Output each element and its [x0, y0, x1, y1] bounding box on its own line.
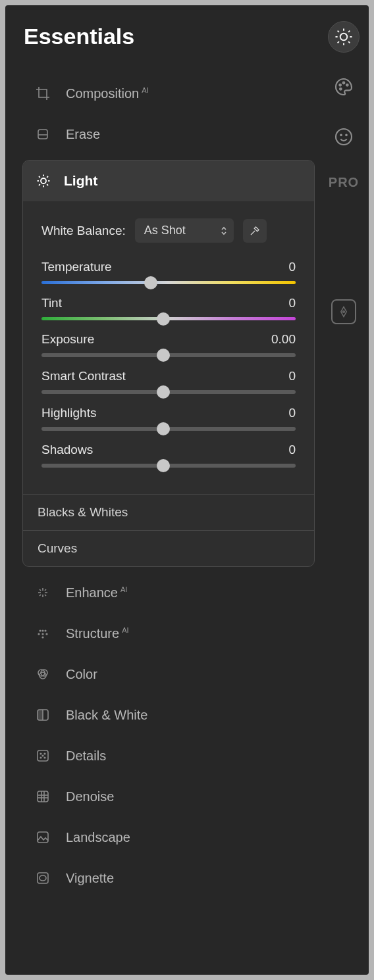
grid-icon: [34, 788, 51, 805]
slider-track[interactable]: [41, 353, 296, 357]
slider-value: 0: [288, 369, 296, 383]
sparkle-icon: [34, 584, 51, 601]
ai-badge: AI: [142, 86, 148, 94]
slider-thumb[interactable]: [157, 349, 170, 362]
svg-point-30: [38, 633, 40, 635]
slider-shadows: Shadows 0: [41, 443, 296, 468]
pro-tab-button[interactable]: PRO: [329, 175, 359, 190]
svg-point-41: [40, 757, 41, 758]
svg-rect-44: [38, 791, 48, 802]
svg-line-23: [39, 176, 40, 178]
slider-label: Tint: [41, 296, 62, 310]
texture-icon: [34, 747, 51, 764]
tool-label-text: Composition: [66, 86, 139, 101]
palette-icon: [333, 76, 354, 97]
slider-label: Temperature: [41, 260, 112, 274]
dots-icon: [34, 625, 51, 642]
tool-vignette[interactable]: Vignette: [5, 858, 321, 898]
masking-button[interactable]: [331, 299, 356, 324]
svg-point-11: [346, 84, 348, 86]
slider-value: 0.00: [271, 332, 296, 347]
light-panel: Light White Balance: As Shot: [22, 160, 315, 567]
tool-label: Black & White: [66, 708, 147, 723]
svg-point-51: [40, 875, 46, 881]
svg-point-42: [44, 757, 45, 758]
ai-badge: AI: [120, 585, 127, 593]
main-column: Essentials CompositionAI Eras: [5, 5, 321, 898]
slider-value: 0: [288, 260, 296, 274]
tool-landscape[interactable]: Landscape: [5, 817, 321, 858]
svg-point-0: [340, 34, 348, 41]
svg-line-5: [338, 31, 339, 32]
svg-point-12: [340, 88, 342, 90]
tool-enhance[interactable]: EnhanceAI: [5, 572, 321, 613]
tool-list: CompositionAI Erase: [5, 73, 321, 898]
page-title: Essentials: [5, 5, 321, 49]
portrait-tab-button[interactable]: [328, 121, 360, 153]
svg-point-33: [41, 636, 43, 638]
smiley-icon: [333, 126, 354, 147]
white-balance-dropdown[interactable]: As Shot: [135, 218, 234, 243]
svg-point-14: [340, 135, 342, 136]
slider-smart-contrast: Smart Contrast 0: [41, 369, 296, 394]
tool-label: StructureAI: [66, 626, 129, 641]
slider-thumb[interactable]: [144, 276, 157, 289]
svg-point-39: [40, 753, 41, 754]
tool-label-text: Enhance: [66, 585, 118, 600]
slider-track[interactable]: [41, 427, 296, 431]
svg-point-29: [44, 629, 46, 631]
svg-point-13: [336, 129, 352, 145]
slider-label: Smart Contrast: [41, 369, 126, 383]
tool-label: Details: [66, 748, 106, 764]
svg-point-40: [44, 753, 45, 754]
light-sub-curves[interactable]: Curves: [23, 530, 314, 566]
slider-thumb[interactable]: [157, 459, 170, 472]
eyedropper-button[interactable]: [243, 219, 267, 243]
tool-black-white[interactable]: Black & White: [5, 695, 321, 735]
light-panel-body: White Balance: As Shot: [23, 201, 314, 494]
creative-tab-button[interactable]: [328, 71, 360, 103]
svg-point-43: [42, 755, 43, 756]
slider-track[interactable]: [41, 281, 296, 284]
app-frame: PRO Essentials CompositionAI: [5, 5, 369, 975]
contrast-square-icon: [34, 706, 51, 723]
slider-track[interactable]: [41, 464, 296, 468]
slider-track[interactable]: [41, 390, 296, 394]
slider-label: Exposure: [41, 332, 94, 347]
white-balance-row: White Balance: As Shot: [41, 218, 296, 243]
slider-track[interactable]: [41, 317, 296, 320]
tool-label-text: Structure: [66, 626, 119, 641]
svg-point-32: [45, 633, 47, 635]
sun-icon: [35, 172, 52, 189]
slider-value: 0: [288, 443, 296, 457]
tool-erase[interactable]: Erase: [5, 114, 321, 155]
eyedropper-icon: [249, 225, 261, 237]
tool-denoise[interactable]: Denoise: [5, 776, 321, 817]
white-balance-label: White Balance:: [41, 224, 126, 238]
svg-line-7: [338, 41, 339, 43]
slider-thumb[interactable]: [157, 312, 170, 326]
slider-label: Highlights: [41, 406, 96, 420]
landscape-icon: [34, 829, 51, 846]
slider-temperature: Temperature 0: [41, 260, 296, 284]
tool-color[interactable]: Color: [5, 654, 321, 695]
svg-rect-49: [38, 832, 48, 843]
tool-details[interactable]: Details: [5, 735, 321, 776]
slider-thumb[interactable]: [157, 385, 170, 399]
tool-label: EnhanceAI: [66, 585, 127, 600]
essentials-tab-button[interactable]: [328, 21, 360, 53]
tool-structure[interactable]: StructureAI: [5, 613, 321, 654]
svg-line-8: [348, 31, 350, 32]
ai-badge: AI: [122, 626, 128, 634]
svg-point-31: [41, 633, 43, 635]
slider-highlights: Highlights 0: [41, 406, 296, 431]
slider-thumb[interactable]: [157, 422, 170, 435]
light-sub-blacks-whites[interactable]: Blacks & Whites: [23, 494, 314, 530]
pen-nib-icon: [337, 305, 350, 318]
svg-point-10: [343, 82, 345, 84]
white-balance-value: As Shot: [144, 224, 186, 237]
light-heading: Light: [64, 173, 97, 189]
tool-composition[interactable]: CompositionAI: [5, 73, 321, 114]
sun-icon: [334, 27, 354, 47]
light-panel-header[interactable]: Light: [23, 160, 314, 201]
